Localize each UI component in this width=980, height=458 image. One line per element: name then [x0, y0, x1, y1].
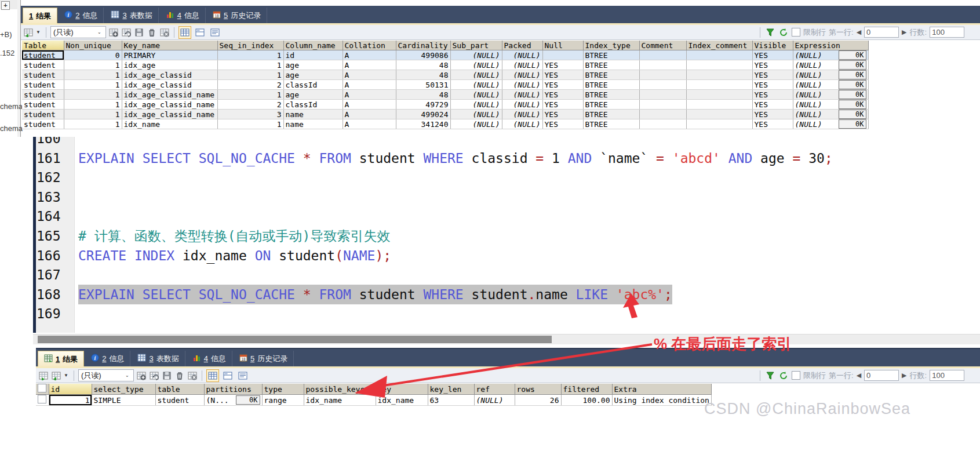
chevron-down-icon[interactable]: ▼ — [36, 30, 42, 35]
first-row-input[interactable] — [864, 27, 899, 38]
cell[interactable]: (NULL) — [450, 70, 502, 80]
cell[interactable]: A — [343, 60, 396, 70]
cell[interactable]: (NULL) — [450, 50, 502, 60]
tab-历史记录[interactable]: 185 历史记录 — [207, 8, 267, 23]
column-header-Seq_in_index[interactable]: Seq_in_index — [217, 41, 283, 50]
cell[interactable]: (NULL) — [502, 90, 542, 100]
cell[interactable]: 63 — [428, 395, 474, 406]
cell[interactable]: idx_name — [376, 395, 428, 406]
editor-line-165[interactable]: 165# 计算、函数、类型转换(自动或手动)导致索引失效 — [33, 226, 980, 246]
tab-历史记录[interactable]: 185 历史记录 — [234, 351, 294, 366]
discard-row-icon[interactable] — [187, 370, 198, 381]
grid-view-button[interactable] — [206, 369, 219, 382]
cell[interactable]: YES — [752, 50, 793, 60]
cell[interactable]: idx_name — [122, 119, 217, 129]
cell[interactable]: YES — [542, 100, 583, 110]
blob-size-button[interactable]: 0K — [839, 70, 866, 79]
cell[interactable]: 2 — [217, 100, 283, 110]
table-row[interactable]: student1idx_age_classid_name3nameA499024… — [22, 110, 868, 119]
cell[interactable]: (NULL) — [450, 100, 502, 110]
limit-rows-checkbox[interactable] — [792, 28, 800, 37]
cell[interactable]: 3 — [217, 110, 283, 119]
refresh-icon[interactable] — [778, 370, 789, 381]
cell[interactable]: A — [343, 110, 396, 119]
tab-信息[interactable]: i2 信息 — [59, 8, 104, 23]
column-header-rows[interactable]: rows — [515, 384, 561, 395]
cell[interactable]: (NULL)0K — [793, 80, 868, 90]
cell[interactable]: idx_age_classid_name — [122, 90, 217, 100]
cell[interactable] — [686, 60, 752, 70]
row-count-input[interactable] — [930, 27, 964, 38]
column-header-partitions[interactable]: partitions — [204, 384, 262, 395]
column-header-Extra[interactable]: Extra — [612, 384, 711, 395]
spin-right-icon[interactable]: ▶ — [902, 28, 906, 36]
cell[interactable] — [639, 100, 686, 110]
table-row[interactable]: student1idx_age_classid2classIdA50131(NU… — [22, 80, 868, 90]
editor-line-166[interactable]: 166CREATE INDEX idx_name ON student(NAME… — [33, 246, 980, 266]
column-header-Expression[interactable]: Expression — [793, 41, 868, 50]
column-header-Comment[interactable]: Comment — [639, 41, 686, 50]
spin-right-icon[interactable]: ▶ — [902, 372, 906, 379]
duplicate-row-icon[interactable] — [121, 27, 132, 38]
cell[interactable]: YES — [542, 110, 583, 119]
column-header-Cardinality[interactable]: Cardinality — [396, 41, 450, 50]
cell[interactable]: 1 — [64, 70, 122, 80]
cell[interactable]: student — [22, 60, 64, 70]
cell[interactable]: range — [262, 395, 304, 406]
cell[interactable]: 1 — [64, 60, 122, 70]
blob-size-button[interactable]: 0K — [839, 90, 866, 99]
editor-line-167[interactable]: 167 — [33, 265, 980, 285]
chevron-down-icon[interactable]: ▼ — [64, 373, 70, 378]
grid-view-button[interactable] — [178, 26, 191, 39]
blob-size-button[interactable]: 0K — [839, 100, 866, 109]
column-header-key[interactable]: key — [376, 384, 428, 395]
text-view-button[interactable] — [209, 26, 221, 39]
cell[interactable]: classId — [283, 80, 343, 90]
cell[interactable]: student — [22, 100, 64, 110]
cell[interactable] — [639, 60, 686, 70]
cell[interactable] — [542, 50, 583, 60]
cell[interactable]: student — [22, 119, 64, 129]
cell[interactable]: 1 — [217, 50, 283, 60]
cell[interactable]: student — [22, 90, 64, 100]
add-row-icon[interactable] — [136, 370, 147, 381]
cell[interactable]: 50131 — [396, 80, 450, 90]
cell[interactable]: (NULL)0K — [793, 60, 868, 70]
cell[interactable]: A — [343, 90, 396, 100]
table-row[interactable]: student1idx_name1nameA341240(NULL)(NULL)… — [22, 119, 868, 129]
cell[interactable]: 1 — [217, 119, 283, 129]
grid-import-icon[interactable] — [38, 370, 49, 381]
cell[interactable]: 48 — [396, 90, 450, 100]
cell[interactable]: SIMPLE — [92, 395, 155, 406]
cell[interactable]: YES — [752, 70, 793, 80]
cell[interactable]: 1 — [64, 110, 122, 119]
cell[interactable]: (NULL) — [502, 60, 542, 70]
column-header-ref[interactable]: ref — [474, 384, 515, 395]
column-header-Column_name[interactable]: Column_name — [283, 41, 343, 50]
readonly-dropdown[interactable]: (只读) ⌄ — [50, 26, 106, 38]
limit-rows-checkbox[interactable] — [792, 371, 800, 380]
blob-size-button[interactable]: 0K — [839, 119, 866, 129]
cell[interactable]: A — [343, 70, 396, 80]
cell[interactable]: 1 — [64, 90, 122, 100]
cell[interactable]: (NULL)0K — [793, 90, 868, 100]
cell[interactable]: idx_age_classid — [122, 70, 217, 80]
cell[interactable]: YES — [542, 80, 583, 90]
cell[interactable]: (NULL)0K — [793, 70, 868, 80]
cell[interactable]: idx_age — [122, 60, 217, 70]
cell[interactable]: (NULL) — [450, 80, 502, 90]
tab-信息[interactable]: i2 信息 — [85, 351, 130, 366]
cell[interactable]: A — [343, 80, 396, 90]
column-header-Non_unique[interactable]: Non_unique — [64, 41, 122, 50]
editor-line-161[interactable]: 161EXPLAIN SELECT SQL_NO_CACHE * FROM st… — [33, 148, 980, 168]
cell[interactable]: BTREE — [583, 50, 639, 60]
cell[interactable]: age — [283, 70, 343, 80]
cell[interactable]: 48 — [396, 70, 450, 80]
cell[interactable]: A — [343, 119, 396, 129]
editor-line-169[interactable]: 169 — [33, 304, 980, 323]
tab-结果[interactable]: 1 结果 — [23, 8, 57, 24]
column-header-key_len[interactable]: key_len — [428, 384, 474, 395]
cell[interactable]: YES — [752, 80, 793, 90]
filter-icon[interactable] — [765, 27, 775, 38]
table-row[interactable]: student1idx_age_classid_name1ageA48(NULL… — [22, 90, 868, 100]
